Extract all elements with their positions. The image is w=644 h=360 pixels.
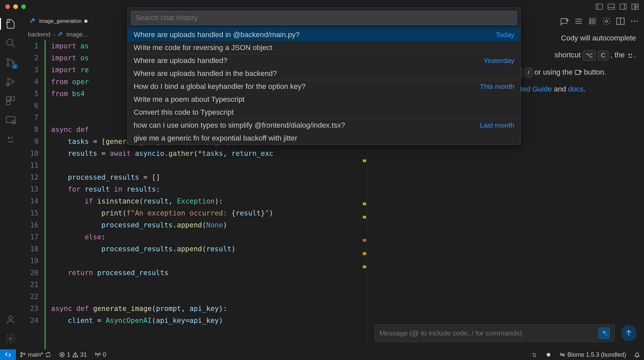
cody-status[interactable] [528,351,542,358]
chat-history-search[interactable] [131,11,517,25]
copilot-status[interactable] [542,351,555,358]
svg-point-25 [32,19,33,20]
kbd-slash: / [525,68,532,78]
svg-point-62 [547,353,550,356]
notifications-status[interactable] [630,351,644,358]
layout-secondary-sidebar-icon[interactable] [619,3,627,10]
svg-rect-19 [6,116,15,123]
maximize-window-button[interactable] [21,4,26,9]
remote-explorer-icon[interactable] [5,115,16,125]
svg-rect-2 [608,4,614,10]
svg-rect-17 [11,97,15,100]
layout-primary-sidebar-icon[interactable] [596,3,603,10]
warning-count: 31 [80,351,87,358]
sync-icon[interactable] [45,352,51,358]
extensions-icon[interactable] [5,95,16,106]
svg-point-12 [7,64,9,66]
chat-history-item-text: give me a generic fn for expontial backo… [134,134,297,143]
layout-panel-icon[interactable] [608,3,615,10]
search-icon[interactable] [5,38,16,48]
svg-point-42 [634,21,635,22]
chat-history-item-text: Convert this code to Typescript [134,108,234,117]
chat-history-item[interactable]: give me a generic fn for expontial backo… [128,132,520,145]
history-list-icon[interactable] [588,17,597,26]
minimize-window-button[interactable] [13,4,18,9]
chat-history-item-text: Write me a poem about Typescript [134,95,244,104]
run-debug-icon[interactable] [5,76,16,87]
remote-indicator[interactable] [0,349,16,360]
chat-history-item-text: Write me code for reversing a JSON objec… [134,43,272,52]
chat-history-list: Where are uploads handled in @backend/ma… [128,28,520,145]
chat-history-item[interactable]: How do I bind a global keyhandler for th… [128,80,520,93]
split-editor-icon[interactable] [616,17,625,26]
svg-rect-6 [632,4,634,10]
svg-point-52 [21,355,22,357]
tab-modified-indicator [84,20,88,23]
svg-point-24 [9,337,12,340]
ports-status[interactable]: 0 [91,351,110,358]
svg-point-9 [7,39,13,45]
bell-icon [634,352,640,358]
explorer-icon[interactable] [5,19,16,29]
tab-filename: image_generation [39,18,82,24]
chat-input-box[interactable] [374,324,615,342]
port-count: 0 [103,351,106,358]
chat-history-item-text: Where are uploads handled in the backend… [134,69,277,78]
chat-history-item[interactable]: Where are uploads handled in the backend… [128,67,520,80]
svg-line-10 [12,44,15,47]
svg-rect-0 [596,4,602,10]
chat-history-search-input[interactable] [135,14,513,22]
customize-layout-icon[interactable] [631,3,639,10]
cody-icon[interactable] [5,134,16,145]
breadcrumb-separator: › [53,31,55,38]
chat-history-item[interactable]: Where are uploads handled?Yesterday [128,54,520,67]
svg-point-58 [75,356,76,357]
chat-history-picker: Where are uploads handled in @backend/ma… [127,7,521,145]
editor-tab[interactable]: image_generation [25,13,92,29]
svg-point-60 [533,354,534,354]
svg-rect-7 [635,4,638,6]
svg-rect-26 [561,19,567,24]
accounts-icon[interactable] [5,314,16,325]
activity-bar: 2 [0,13,21,349]
git-branch-status[interactable]: main* [16,351,55,358]
chat-history-item-text: Where are uploads handled? [134,56,227,65]
kbd-option: ⌥ [583,50,596,61]
svg-point-43 [636,21,638,22]
problems-status[interactable]: 1 31 [55,351,91,358]
svg-rect-4 [620,4,626,10]
svg-point-32 [590,19,591,20]
enhance-prompt-button[interactable] [599,328,610,339]
svg-point-44 [628,54,629,55]
source-control-icon[interactable]: 2 [5,57,16,68]
chat-history-item[interactable]: Convert this code to Typescript [128,106,520,119]
breadcrumb-folder: backend [28,31,50,38]
settings-gear-icon[interactable] [602,17,611,26]
breadcrumb-file: image... [66,31,88,38]
chat-history-item[interactable]: Write me code for reversing a JSON objec… [128,41,520,54]
biome-label: Biome 1.5.3 (bundled) [567,351,626,358]
chat-history-date-label: This month [480,83,514,90]
svg-point-23 [9,316,13,320]
chat-history-item[interactable]: Where are uploads handled in @backend/ma… [128,28,520,41]
line-number-gutter: 123456789101112131415161718192021222324 [21,40,44,349]
settings-gear-icon[interactable] [5,333,16,344]
biome-status[interactable]: Biome 1.5.3 (bundled) [555,351,630,358]
warning-icon [72,352,78,358]
docs-link[interactable]: docs [568,85,583,93]
send-message-button[interactable] [621,325,637,341]
svg-point-41 [631,21,632,22]
cody-smile-icon [627,52,634,59]
radio-tower-icon [95,352,101,358]
eye-closed-icon [559,352,565,358]
svg-point-59 [97,354,98,354]
new-chat-icon[interactable] [560,17,569,26]
svg-rect-8 [635,7,638,9]
scm-badge: 2 [12,64,18,69]
list-flat-icon[interactable] [574,17,583,26]
chat-input[interactable] [379,329,599,337]
close-window-button[interactable] [5,4,10,9]
more-actions-icon[interactable] [630,17,639,26]
chat-history-item[interactable]: Write me a poem about Typescript [128,93,520,106]
chat-history-item[interactable]: how can I use union types to simplify @f… [128,119,520,132]
